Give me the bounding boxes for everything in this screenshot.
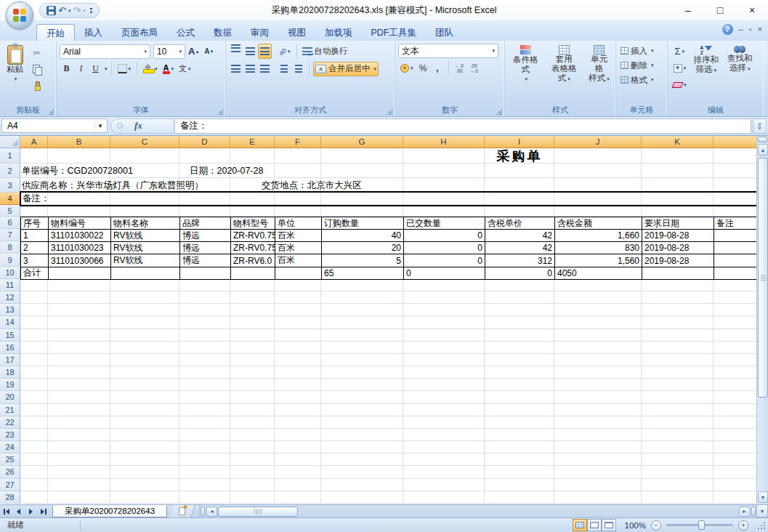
grid-cell[interactable] [321,404,403,416]
grid-cell[interactable] [20,391,48,403]
grid-cell[interactable] [179,205,230,217]
column-header-I[interactable]: I [485,136,554,148]
table-cell[interactable]: 312 [485,254,555,267]
grid-cell[interactable] [275,441,321,454]
row-header-8[interactable]: 8 [0,241,20,254]
grid-cell[interactable] [275,491,321,504]
grid-cell[interactable] [20,329,48,342]
name-box-dropdown-icon[interactable]: ▼ [94,123,105,129]
grid-cell[interactable] [642,479,714,491]
scroll-right-icon[interactable]: ► [739,507,750,517]
office-button[interactable] [6,1,33,29]
table-cell[interactable]: 42 [485,230,555,242]
grid-cell[interactable] [110,479,179,491]
grid-cell[interactable] [275,291,321,304]
grid-cell[interactable] [230,329,275,342]
row-header-21[interactable]: 21 [0,404,20,416]
row-header-14[interactable]: 14 [0,316,20,329]
column-header-J[interactable]: J [554,136,642,148]
grid-cell[interactable] [48,466,110,478]
grid-cell[interactable] [403,342,485,354]
grid-cell[interactable] [48,279,110,291]
grid-cell[interactable] [20,466,48,478]
table-cell[interactable]: 2019-08-28 [642,254,714,267]
horizontal-split-handle-right[interactable] [751,507,756,516]
grid-cell[interactable] [275,391,321,403]
grid-cell[interactable] [642,205,714,217]
grid-cell[interactable] [403,205,485,217]
table-cell[interactable]: 0 [404,267,485,280]
grid-cell[interactable] [714,205,756,217]
row-header-6[interactable]: 6 [0,217,20,229]
window-close-button[interactable]: × [736,0,768,20]
table-cell[interactable]: ZR-RV0.75 [231,230,275,242]
grid-cell[interactable] [275,205,321,217]
font-size-combo[interactable]: 10▾ [153,44,185,59]
grid-cell[interactable] [714,164,756,178]
table-cell[interactable]: 1,560 [555,254,642,267]
grid-cell[interactable] [275,329,321,342]
grid-cell[interactable] [321,205,403,217]
tab-审阅[interactable]: 审阅 [241,24,278,41]
table-header-cell[interactable]: 物料编号 [49,217,111,230]
grid-cell[interactable] [403,391,485,403]
percent-button[interactable]: % [416,60,430,76]
table-cell[interactable]: ZR-RV6.0 [231,254,275,267]
grid-cell[interactable] [110,416,179,429]
view-page-break-button[interactable] [602,519,616,531]
select-all-button[interactable] [0,136,20,148]
grid-cell[interactable] [179,316,230,329]
grid-cell[interactable] [48,354,110,366]
column-header-H[interactable]: H [403,136,485,148]
number-format-combo[interactable]: 文本▾ [398,44,498,58]
table-cell[interactable]: 0 [404,230,485,242]
grid-cell[interactable] [714,379,756,391]
column-header-D[interactable]: D [179,136,230,148]
column-header-A[interactable]: A [20,136,48,148]
grid-cell[interactable] [642,441,714,454]
tab-PDF工具集[interactable]: PDF工具集 [362,24,427,41]
paste-dropdown-icon[interactable]: ▾ [15,74,17,84]
grid-cell[interactable] [110,379,179,391]
grid-cell[interactable] [48,316,110,329]
grid-cell[interactable] [403,379,485,391]
table-cell[interactable]: 4050 [555,267,642,280]
tab-页面布局[interactable]: 页面布局 [112,24,167,41]
grid-cell[interactable] [179,366,230,379]
tab-加载项[interactable]: 加载项 [315,24,362,41]
table-cell[interactable]: 0 [404,254,485,267]
grid-cell[interactable] [554,316,642,329]
zoom-slider-handle[interactable] [698,520,705,530]
align-right-button[interactable] [258,61,272,76]
table-cell[interactable]: RV软线 [111,242,180,254]
grid-cell[interactable] [20,205,48,217]
grid-cell[interactable] [485,304,554,316]
column-header-G[interactable]: G [321,136,403,148]
grid-cell[interactable] [110,291,179,304]
clear-button[interactable]: ▾ [671,77,689,92]
scroll-up-icon[interactable]: ▲ [758,144,768,156]
expand-formula-bar-button[interactable]: ∨ ∨ [753,118,767,134]
grid-cell[interactable] [714,479,756,491]
tab-开始[interactable]: 开始 [36,24,75,41]
grid-cell[interactable] [403,279,485,291]
table-cell[interactable]: 1 [21,230,49,242]
grid-cell[interactable] [714,441,756,454]
grid-cell[interactable] [275,416,321,429]
table-cell[interactable] [642,267,714,280]
grid-cell[interactable] [714,429,756,441]
orientation-button[interactable]: ab▾ [277,44,293,59]
next-sheet-button[interactable] [25,505,37,517]
row-header-4[interactable]: 4 [0,193,20,205]
scroll-down-corner-icon[interactable]: ▼ [756,504,768,517]
row-header-28[interactable]: 28 [0,491,20,504]
grid-cell[interactable] [110,279,179,291]
table-header-cell[interactable]: 单位 [275,217,322,230]
table-cell[interactable]: 博远 [180,230,231,242]
grid-cell[interactable] [403,164,485,178]
delete-cells-button[interactable]: 删除▾ [619,58,665,73]
grid-cell[interactable] [321,164,403,178]
grid-cell[interactable] [179,429,230,441]
scroll-left-icon[interactable]: ◄ [206,507,217,517]
grid-cell[interactable] [275,404,321,416]
